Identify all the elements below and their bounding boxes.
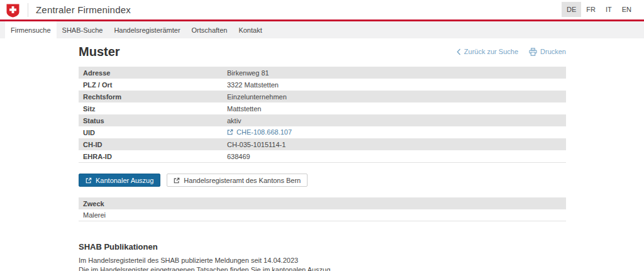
- back-to-search-label: Zurück zur Suche: [464, 48, 518, 55]
- print-label: Drucken: [540, 48, 566, 55]
- table-row: PLZ / Ort3322 Mattstetten: [79, 79, 566, 91]
- row-value: 3322 Mattstetten: [227, 81, 566, 89]
- external-link-icon: [174, 177, 180, 184]
- print-link[interactable]: Drucken: [529, 48, 566, 56]
- swiss-cross-logo: [6, 4, 19, 18]
- row-label: UID: [79, 129, 227, 136]
- main-navigation: FirmensucheSHAB-SucheHandelsregisterämte…: [0, 21, 644, 38]
- nav-item-kontakt[interactable]: Kontakt: [233, 21, 267, 38]
- language-it[interactable]: IT: [601, 2, 617, 17]
- table-row: Statusaktiv: [79, 114, 566, 126]
- row-value: 638469: [227, 153, 566, 160]
- kantonaler-auszug-label: Kantonaler Auszug: [96, 177, 153, 184]
- nav-item-firmensuche[interactable]: Firmensuche: [5, 21, 57, 38]
- zweck-value: Malerei: [79, 209, 566, 221]
- row-label: PLZ / Ort: [79, 81, 227, 89]
- handelsregisteramt-label: Handelsregisteramt des Kantons Bern: [184, 177, 301, 184]
- uid-link[interactable]: CHE-108.668.107: [227, 128, 292, 136]
- app-header: Zentraler Firmenindex DEFRITEN: [0, 0, 644, 19]
- swiss-cross-icon: [6, 4, 19, 18]
- row-value: aktiv: [227, 117, 566, 124]
- title-row: Muster Zurück zur Suche Drucken: [79, 43, 566, 60]
- shab-line-2: Die im Handelsregister eingetragenen Tat…: [79, 265, 566, 271]
- back-to-search-link[interactable]: Zurück zur Suche: [457, 48, 518, 55]
- nav-item-shab-suche[interactable]: SHAB-Suche: [57, 21, 109, 38]
- shab-section: SHAB Publikationen Im Handelsregistertei…: [79, 242, 566, 271]
- table-row: CH-IDCH-035-1015114-1: [79, 138, 566, 150]
- main-content: Muster Zurück zur Suche Drucken AdresseB…: [79, 43, 566, 271]
- page-title: Muster: [79, 45, 120, 59]
- shab-heading: SHAB Publikationen: [79, 242, 566, 252]
- external-link-icon: [227, 129, 233, 135]
- row-label: EHRA-ID: [79, 153, 227, 160]
- handelsregisteramt-button[interactable]: Handelsregisteramt des Kantons Bern: [167, 174, 308, 187]
- nav-item-ortschaften[interactable]: Ortschaften: [186, 21, 233, 38]
- language-fr[interactable]: FR: [581, 2, 601, 17]
- extract-buttons: Kantonaler Auszug Handelsregisteramt des…: [79, 174, 566, 187]
- shab-line-1: Im Handelsregisterteil des SHAB publizie…: [79, 256, 566, 265]
- header-divider: [28, 3, 28, 17]
- site-title: Zentraler Firmenindex: [36, 4, 131, 15]
- details-table: AdresseBirkenweg 81PLZ / Ort3322 Mattste…: [79, 67, 566, 163]
- nav-item-handelsregister-mter[interactable]: Handelsregisterämter: [108, 21, 186, 38]
- row-label: CH-ID: [79, 141, 227, 148]
- table-row: SitzMattstetten: [79, 102, 566, 114]
- kantonaler-auszug-button[interactable]: Kantonaler Auszug: [79, 174, 160, 187]
- row-value: CHE-108.668.107: [227, 128, 566, 136]
- row-label: Rechtsform: [79, 93, 227, 101]
- row-value: CH-035-1015114-1: [227, 141, 566, 148]
- zweck-header: Zweck: [79, 197, 566, 209]
- table-row: UIDCHE-108.668.107: [79, 126, 566, 138]
- row-value: Birkenweg 81: [227, 69, 566, 77]
- table-row: EHRA-ID638469: [79, 150, 566, 162]
- row-label: Adresse: [79, 69, 227, 77]
- table-row: AdresseBirkenweg 81: [79, 67, 566, 79]
- row-value: Einzelunternehmen: [227, 93, 566, 101]
- printer-icon: [529, 48, 537, 56]
- language-de[interactable]: DE: [562, 2, 581, 17]
- row-label: Sitz: [79, 105, 227, 113]
- row-value: Mattstetten: [227, 105, 566, 113]
- external-link-icon: [86, 177, 92, 184]
- language-switcher: DEFRITEN: [562, 2, 636, 17]
- row-label: Status: [79, 117, 227, 124]
- uid-link-label: CHE-108.668.107: [236, 128, 292, 136]
- language-en[interactable]: EN: [617, 2, 636, 17]
- zweck-table: Zweck Malerei: [79, 197, 566, 221]
- page-actions: Zurück zur Suche Drucken: [457, 48, 566, 56]
- table-row: RechtsformEinzelunternehmen: [79, 91, 566, 102]
- chevron-left-icon: [457, 48, 461, 55]
